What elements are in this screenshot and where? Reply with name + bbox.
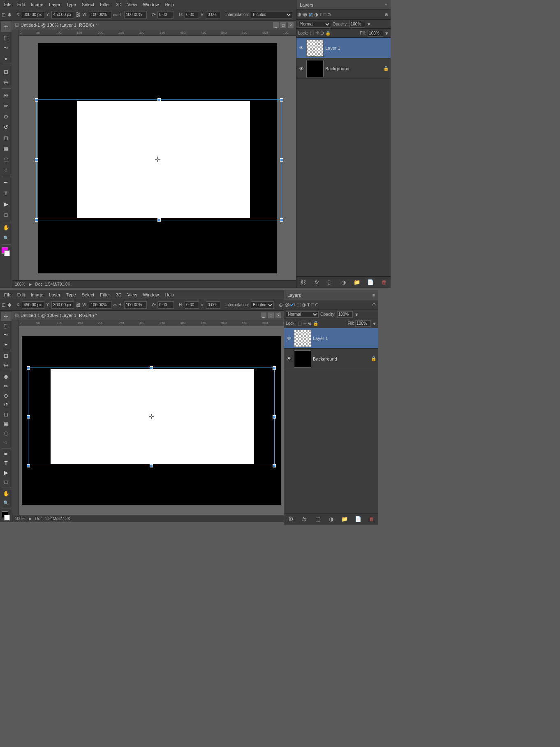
bot-menu-type[interactable]: Type — [64, 291, 79, 298]
top-status-arrow[interactable]: ▶ — [29, 282, 32, 287]
x-input[interactable] — [22, 11, 44, 19]
bot-layer-mask-btn[interactable]: ⬚ — [313, 515, 322, 524]
bot-bg-visibility[interactable]: 👁 — [286, 356, 292, 362]
bot-menu-layer[interactable]: Layer — [46, 291, 63, 298]
maximize-btn[interactable]: □ — [280, 22, 286, 28]
bot-blend-mode-select[interactable]: Normal Multiply — [286, 311, 319, 318]
zoom-tool[interactable]: 🔍 — [1, 233, 12, 243]
bot-lock-pixels-icon[interactable]: ⬚ — [298, 321, 302, 326]
bot-zoom-tool[interactable]: 🔍 — [1, 498, 12, 508]
handle-mr[interactable] — [280, 158, 283, 162]
crop-tool[interactable]: ⊡ — [1, 66, 12, 77]
bot-vskew-input[interactable] — [206, 301, 220, 309]
link-wh-icon[interactable]: ⛓ — [76, 11, 81, 19]
top-layer-adj-btn[interactable]: ◑ — [339, 278, 348, 287]
bot-filter-extra-icon[interactable]: ⊕ — [372, 302, 376, 308]
bot-handle-br[interactable] — [273, 464, 276, 467]
minimize-btn[interactable]: _ — [273, 22, 279, 28]
top-filter-adj-icon[interactable]: ◑ — [314, 12, 318, 17]
handle-bl[interactable] — [35, 218, 38, 222]
bot-close-btn[interactable]: × — [275, 312, 281, 318]
text-tool[interactable]: T — [1, 188, 12, 199]
top-panel-menu-icon[interactable]: ≡ — [385, 2, 387, 7]
bot-lock-artboard-icon[interactable]: ⊕ — [308, 321, 312, 326]
bot-h-input[interactable] — [124, 301, 147, 309]
menu-type[interactable]: Type — [64, 1, 79, 8]
handle-br[interactable] — [280, 218, 283, 222]
bot-panel-menu-icon[interactable]: ≡ — [373, 293, 375, 298]
commit-transform-icon[interactable]: ✔ — [309, 11, 313, 19]
bot-handle-bl[interactable] — [27, 464, 30, 467]
dodge-tool[interactable]: ○ — [1, 164, 12, 175]
bot-layer-link-btn[interactable]: ⛓ — [286, 515, 295, 524]
vskew-input[interactable] — [206, 11, 220, 19]
bot-layer-fx-btn[interactable]: fx — [300, 515, 309, 524]
bot-hskew-input[interactable] — [185, 301, 199, 309]
top-layer-1[interactable]: 👁 Layer 1 — [296, 38, 391, 58]
bot-layer-adj-btn[interactable]: ◑ — [326, 515, 336, 524]
bot-warp-icon[interactable]: ⊛ — [279, 301, 283, 309]
bot-fill-chevron[interactable]: ▼ — [372, 321, 377, 326]
move-tool[interactable]: ✛ — [1, 21, 12, 32]
link-icon[interactable]: ∞ — [113, 11, 117, 19]
top-lock-pixels-icon[interactable]: ⬚ — [310, 30, 314, 36]
menu-filter[interactable]: Filter — [97, 1, 112, 8]
bot-menu-view[interactable]: View — [125, 291, 140, 298]
bot-layer-delete-btn[interactable]: 🗑 — [367, 515, 376, 524]
handle-tl[interactable] — [35, 98, 38, 102]
bot-cancel-transform-icon[interactable]: ⊘ — [285, 301, 289, 309]
top-layer-link-btn[interactable]: ⛓ — [299, 278, 308, 287]
handle-ml[interactable] — [35, 158, 38, 162]
top-filter-type-icon[interactable]: T — [319, 12, 322, 17]
transform-options-icon[interactable]: ⊡ — [2, 11, 6, 19]
bot-filter-type-icon[interactable]: T — [307, 302, 310, 308]
bot-lock-all-icon[interactable]: 🔒 — [313, 321, 319, 326]
brush-tool[interactable]: ✏ — [1, 100, 12, 111]
top-blend-mode-select[interactable]: Normal Multiply Screen Overlay — [298, 21, 331, 28]
top-filter-extra-icon[interactable]: ⊕ — [384, 12, 388, 17]
top-layer-delete-btn[interactable]: 🗑 — [380, 278, 389, 287]
bot-tool-preset-icon[interactable]: ✱ — [7, 301, 12, 309]
clone-tool[interactable]: ⊙ — [1, 111, 12, 122]
bot-link-icon[interactable]: ∞ — [113, 301, 117, 309]
blur-tool[interactable]: ◌ — [1, 154, 12, 164]
top-lock-pos-icon[interactable]: ✛ — [315, 30, 319, 36]
bot-blur-tool[interactable]: ◌ — [1, 428, 12, 438]
top-lock-all-icon[interactable]: 🔒 — [325, 30, 331, 36]
handle-tc[interactable] — [157, 98, 161, 102]
bot-text-tool[interactable]: T — [1, 459, 12, 468]
bot-history-tool[interactable]: ↺ — [1, 400, 12, 409]
top-opacity-chevron[interactable]: ▼ — [367, 22, 371, 27]
bot-handle-ml[interactable] — [27, 415, 30, 419]
top-bg-visibility[interactable]: 👁 — [298, 65, 305, 72]
history-tool[interactable]: ↺ — [1, 122, 12, 132]
bot-crop-tool[interactable]: ⊡ — [1, 351, 12, 361]
hskew-input[interactable] — [185, 11, 199, 19]
menu-layer[interactable]: Layer — [46, 1, 63, 8]
bot-eraser-tool[interactable]: ◻ — [1, 409, 12, 419]
top-filter-smart-icon[interactable]: ⊙ — [327, 12, 331, 17]
bot-clone-tool[interactable]: ⊙ — [1, 391, 12, 400]
bot-handle-tr[interactable] — [273, 366, 276, 370]
menu-edit[interactable]: Edit — [15, 1, 28, 8]
bot-menu-3d[interactable]: 3D — [113, 291, 124, 298]
marquee-tool[interactable]: ⬚ — [1, 32, 12, 43]
eyedropper-tool[interactable]: ⊕ — [1, 77, 12, 88]
bot-pen-tool[interactable]: ✒ — [1, 449, 12, 459]
pen-tool[interactable]: ✒ — [1, 177, 12, 188]
h-input[interactable] — [124, 11, 147, 19]
rotation-input[interactable] — [157, 11, 174, 19]
top-fill-input[interactable] — [368, 30, 383, 37]
bot-filter-shape-icon[interactable]: □ — [311, 302, 314, 308]
bot-handle-tl[interactable] — [27, 366, 30, 370]
menu-select[interactable]: Select — [79, 1, 97, 8]
menu-3d[interactable]: 3D — [113, 1, 124, 8]
bot-menu-help[interactable]: Help — [162, 291, 177, 298]
interp-select[interactable]: Bicubic Bilinear Nearest Neighbor — [251, 11, 292, 19]
bot-magic-wand-tool[interactable]: ✦ — [1, 340, 12, 349]
bot-minimize-btn[interactable]: _ — [261, 312, 266, 318]
bot-opacity-chevron[interactable]: ▼ — [354, 312, 359, 317]
bot-link-wh-icon[interactable]: ⛓ — [76, 301, 81, 309]
bot-lasso-tool[interactable]: 〜 — [1, 331, 12, 340]
handle-tr[interactable] — [280, 98, 283, 102]
